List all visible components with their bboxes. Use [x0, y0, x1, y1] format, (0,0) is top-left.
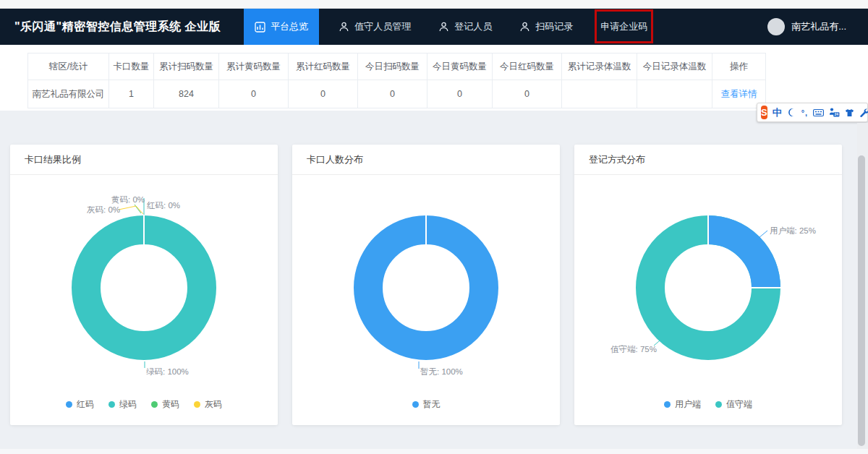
- legend-dot: [151, 401, 158, 408]
- legend-label: 红码: [77, 398, 94, 411]
- donut-ring-green-code[interactable]: [86, 230, 202, 346]
- legend-dot: [412, 401, 419, 408]
- col-header: 今日记录体温数: [637, 53, 712, 80]
- col-header: 卡口数量: [109, 53, 154, 80]
- callout-label-none: 暂无: 100%: [420, 367, 463, 376]
- col-header: 辖区/统计: [28, 53, 109, 80]
- nav-menu: 平台总览 值守人员管理 登记人员 扫码记录 申请企业码: [244, 9, 661, 45]
- view-details-link[interactable]: 查看详情: [721, 89, 757, 99]
- legend-dot: [109, 401, 115, 408]
- legend-item-none[interactable]: 暂无: [412, 398, 441, 411]
- donut-chart-result-ratio[interactable]: 黄码: 0% 红码: 0% 灰码: 0% 绿码: 100%: [19, 176, 269, 380]
- legend: 红码 绿码 黄码 灰码: [10, 398, 278, 411]
- skin-shirt-icon[interactable]: [845, 108, 854, 117]
- callout-line-gray: [119, 206, 143, 214]
- col-header: 今日黄码数量: [427, 53, 493, 80]
- bar-chart-icon: [255, 22, 265, 33]
- legend-dot: [194, 401, 200, 408]
- nav-item-platform-overview[interactable]: 平台总览: [244, 9, 319, 45]
- donut-chart-registration-method[interactable]: 用户端: 25% 值守端: 75%: [583, 176, 833, 380]
- person-icon: [438, 22, 449, 33]
- card-checkpoint-people-distribution: 卡口人数分布 暂无: 100% 暂无: [292, 145, 560, 425]
- donut-chart-people-distribution[interactable]: 暂无: 100%: [301, 176, 551, 380]
- col-header: 累计黄码数量: [219, 53, 289, 80]
- person-icon: [339, 22, 349, 33]
- legend-dot: [66, 401, 72, 408]
- card-title: 卡口人数分布: [292, 145, 560, 175]
- legend-item-user-side[interactable]: 用户端: [664, 398, 701, 411]
- col-header: 累计记录体温数: [562, 53, 637, 80]
- callout-label-red-code: 红码: 0%: [147, 201, 180, 210]
- nav-item-scan-records[interactable]: 扫码记录: [509, 9, 583, 45]
- legend-label: 灰码: [205, 398, 222, 411]
- soft-keyboard-icon[interactable]: [813, 108, 824, 117]
- legend-dot: [715, 401, 722, 408]
- legend-item-gray-code[interactable]: 灰码: [194, 398, 222, 411]
- callout-label-yellow-code: 黄码: 0%: [111, 195, 145, 204]
- legend-label: 用户端: [675, 398, 701, 411]
- nav-item-guard-management[interactable]: 值守人员管理: [328, 9, 421, 45]
- stats-band: 辖区/统计 卡口数量 累计扫码数量 累计黄码数量 累计红码数量 今日扫码数量 今…: [0, 45, 868, 111]
- cell-total-scans: 824: [154, 80, 219, 108]
- navbar: "乐闪通"精密智控信息管理系统 企业版 平台总览 值守人员管理 登记人员 扫码记…: [0, 9, 868, 45]
- callout-label-gray-code: 灰码: 0%: [87, 205, 120, 214]
- legend-label: 黄码: [162, 398, 179, 411]
- table-row: 南艺礼品有限公司 1 824 0 0 0 0 0 查看详情: [28, 80, 766, 108]
- fullwidth-moon-icon[interactable]: [787, 108, 796, 117]
- nav-item-registered-persons[interactable]: 登记人员: [428, 9, 502, 45]
- avatar: [767, 18, 785, 35]
- card-title: 卡口结果比例: [10, 145, 278, 175]
- nav-item-apply-enterprise-code[interactable]: 申请企业码: [590, 9, 658, 45]
- chart-cards-row: 卡口结果比例 黄码: 0% 红码: 0% 灰码: 0% 绿码: 100% 红码 …: [10, 145, 858, 425]
- sogou-logo-icon[interactable]: S: [761, 106, 767, 119]
- legend: 暂无: [292, 398, 560, 411]
- card-title: 登记方式分布: [574, 145, 842, 175]
- card-registration-method-distribution: 登记方式分布 用户端: 25% 值守端: 75% 用户端 值守端: [574, 145, 842, 425]
- ime-toolbar: S 中 °, 24: [757, 103, 868, 122]
- nav-item-label: 申请企业码: [600, 20, 647, 33]
- legend: 用户端 值守端: [574, 398, 842, 411]
- legend-item-green-code[interactable]: 绿码: [109, 398, 137, 411]
- cell-total-temp: [562, 80, 637, 108]
- legend-dot: [664, 401, 671, 408]
- col-header: 今日红码数量: [493, 53, 562, 80]
- callout-line-user-side: [759, 231, 767, 238]
- legend-item-guard-side[interactable]: 值守端: [715, 398, 752, 411]
- user-menu[interactable]: 南艺礼品有...: [767, 9, 846, 45]
- nav-item-label: 值守人员管理: [354, 20, 411, 33]
- legend-item-red-code[interactable]: 红码: [66, 398, 94, 411]
- cell-district: 南艺礼品有限公司: [28, 80, 109, 108]
- callout-label-green-code: 绿码: 100%: [146, 367, 189, 376]
- nav-item-label: 平台总览: [271, 20, 308, 33]
- callout-label-guard-side: 值守端: 75%: [610, 345, 657, 354]
- col-header: 今日扫码数量: [358, 53, 427, 80]
- legend-label: 值守端: [726, 398, 752, 411]
- cell-today-scans: 0: [358, 80, 427, 108]
- chinese-mode-icon[interactable]: 中: [773, 106, 782, 119]
- cell-today-yellow: 0: [427, 80, 493, 108]
- page-bottom-strip: [0, 449, 868, 454]
- legend-label: 绿码: [119, 398, 137, 411]
- smart-input-icon[interactable]: 24: [829, 108, 840, 117]
- cell-today-temp: [637, 80, 712, 108]
- col-header: 累计红码数量: [289, 53, 358, 80]
- legend-label: 暂无: [423, 398, 441, 411]
- card-checkpoint-result-ratio: 卡口结果比例 黄码: 0% 红码: 0% 灰码: 0% 绿码: 100% 红码 …: [10, 145, 278, 425]
- cell-checkpoint-count: 1: [109, 80, 154, 108]
- scrollbar-thumb[interactable]: [858, 155, 865, 446]
- cell-total-red: 0: [289, 80, 358, 108]
- donut-ring-none[interactable]: [368, 230, 484, 346]
- legend-item-yellow-code[interactable]: 黄码: [151, 398, 179, 411]
- cell-total-yellow: 0: [219, 80, 289, 108]
- cell-today-red: 0: [493, 80, 562, 108]
- nav-item-label: 登记人员: [454, 20, 492, 33]
- nav-item-label: 扫码记录: [535, 20, 573, 33]
- svg-text:24: 24: [835, 112, 839, 116]
- toolbox-wrench-icon[interactable]: [859, 108, 868, 118]
- table-header-row: 辖区/统计 卡口数量 累计扫码数量 累计黄码数量 累计红码数量 今日扫码数量 今…: [28, 53, 766, 80]
- col-header: 操作: [712, 53, 766, 80]
- app-title: "乐闪通"精密智控信息管理系统 企业版: [14, 9, 221, 45]
- user-name: 南艺礼品有...: [791, 20, 846, 33]
- person-icon: [519, 22, 530, 33]
- punctuation-icon[interactable]: °,: [801, 108, 808, 117]
